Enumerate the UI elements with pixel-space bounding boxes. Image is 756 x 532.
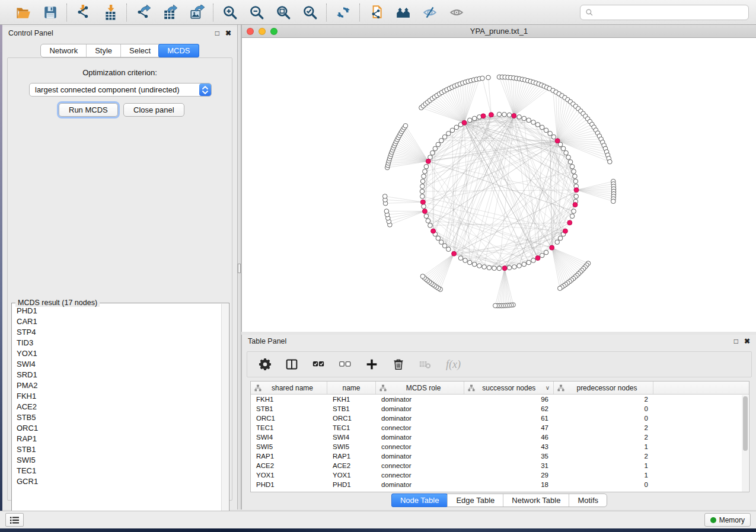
table-row[interactable]: ORC1ORC1dominator610 [251,414,749,423]
tab-network-table[interactable]: Network Table [503,494,569,507]
export-network-icon[interactable] [135,4,151,20]
table-row[interactable]: TEC1TEC1connector472 [251,423,749,432]
table-cell[interactable]: 0 [554,415,653,422]
split-columns-icon[interactable] [286,357,298,371]
column-header-shared-name[interactable]: shared name [251,382,327,394]
column-header-successor-nodes[interactable]: successor nodes∨ [464,382,554,394]
table-row[interactable]: STB1STB1dominator620 [251,404,749,414]
share-document-icon[interactable] [368,4,384,20]
zoom-fit-icon[interactable] [275,4,291,20]
mcds-result-item[interactable]: CAR1 [12,316,218,326]
table-cell[interactable]: TEC1 [251,424,327,431]
table-cell[interactable]: PHD1 [327,481,376,488]
mcds-result-item[interactable]: GCR1 [12,476,218,486]
table-cell[interactable]: connector [376,424,464,431]
open-file-icon[interactable] [15,4,31,20]
table-cell[interactable]: FKH1 [327,396,376,403]
table-scrollbar-thumb[interactable] [743,396,748,451]
export-table-icon[interactable] [162,4,178,20]
mcds-result-item[interactable]: PHD1 [12,305,218,316]
float-panel-icon[interactable]: □ [215,30,219,37]
mcds-result-item[interactable]: SWI4 [12,358,218,369]
table-scrollbar[interactable] [742,395,748,492]
table-cell[interactable]: 2 [554,434,653,441]
zoom-out-icon[interactable] [248,4,264,20]
column-header-name[interactable]: name [327,382,376,394]
table-row[interactable]: RAP1RAP1dominator352 [251,451,749,461]
memory-button[interactable]: Memory [704,513,751,527]
select-all-rows-icon[interactable] [312,357,324,371]
hide-selected-icon[interactable] [422,4,438,20]
table-cell[interactable]: 29 [464,472,554,479]
search-input[interactable] [597,8,744,17]
deselect-all-rows-icon[interactable] [339,357,351,371]
show-all-icon[interactable] [448,4,464,20]
table-cell[interactable]: connector [376,462,464,469]
table-cell[interactable]: 47 [464,424,554,431]
table-cell[interactable]: 2 [554,396,653,403]
column-header-predecessor-nodes[interactable]: predecessor nodes [554,382,653,394]
close-panel-icon[interactable]: ✖ [225,30,231,37]
export-image-icon[interactable] [189,4,205,20]
table-cell[interactable]: dominator [376,434,464,441]
mcds-result-item[interactable]: STB1 [12,444,218,454]
table-row[interactable]: YOX1YOX1connector291 [251,470,749,480]
zoom-selected-icon[interactable] [302,4,318,20]
mcds-result-item[interactable]: TEC1 [12,465,218,476]
table-cell[interactable]: connector [376,472,464,479]
table-cell[interactable]: 1 [554,472,653,479]
table-cell[interactable]: 31 [464,462,554,469]
tab-network[interactable]: Network [41,44,86,57]
table-cell[interactable]: YOX1 [251,472,327,479]
table-cell[interactable]: 43 [464,443,554,450]
save-session-icon[interactable] [42,4,58,20]
mcds-result-item[interactable]: FKH1 [12,390,218,401]
add-column-icon[interactable] [366,357,378,371]
table-row[interactable]: ACE2ACE2connector311 [251,461,749,470]
mcds-list-scrollbar[interactable] [221,304,228,522]
table-cell[interactable]: SWI5 [251,443,327,450]
table-cell[interactable]: 35 [464,453,554,460]
mcds-result-item[interactable]: ORC1 [12,422,218,433]
table-cell[interactable]: RAP1 [251,453,327,460]
network-graph-canvas[interactable] [242,38,755,331]
run-mcds-button[interactable]: Run MCDS [59,103,118,117]
table-cell[interactable]: ACE2 [327,462,376,469]
mcds-result-item[interactable]: STP4 [12,326,218,337]
table-cell[interactable]: 0 [554,481,653,488]
table-cell[interactable]: 2 [554,424,653,431]
refresh-view-icon[interactable] [335,4,351,20]
table-row[interactable]: FKH1FKH1dominator962 [251,395,749,404]
table-cell[interactable]: 1 [554,462,653,469]
zoom-in-icon[interactable] [222,4,238,20]
table-cell[interactable]: 1 [554,443,653,450]
tab-edge-table[interactable]: Edge Table [447,494,503,507]
table-cell[interactable]: STB1 [251,405,327,412]
column-header-MCDS-role[interactable]: MCDS role [376,382,464,394]
tab-mcds[interactable]: MCDS [158,44,199,57]
optimization-criterion-dropdown[interactable]: largest connected component (undirected) [29,83,212,97]
mcds-result-item[interactable]: SWI5 [12,454,218,465]
table-row[interactable]: PHD1PHD1dominator180 [251,480,749,489]
table-cell[interactable]: dominator [376,415,464,422]
table-cell[interactable]: 61 [464,415,554,422]
table-cell[interactable]: 46 [464,434,554,441]
table-cell[interactable]: ACE2 [251,462,327,469]
splitter-handle[interactable] [238,264,241,273]
tab-style[interactable]: Style [86,44,120,57]
table-settings-icon[interactable] [259,357,271,371]
table-cell[interactable]: SWI5 [327,443,376,450]
table-cell[interactable]: PHD1 [251,481,327,488]
tab-motifs[interactable]: Motifs [569,494,607,507]
table-cell[interactable]: dominator [376,405,464,412]
table-cell[interactable]: SWI4 [327,434,376,441]
mcds-result-item[interactable]: YOX1 [12,348,218,358]
search-box[interactable] [580,5,749,20]
table-cell[interactable]: YOX1 [327,472,376,479]
table-cell[interactable]: connector [376,443,464,450]
mcds-result-item[interactable]: TID3 [12,337,218,348]
first-neighbors-icon[interactable] [395,4,411,20]
table-cell[interactable]: RAP1 [327,453,376,460]
table-cell[interactable]: 62 [464,405,554,412]
float-table-panel-icon[interactable]: □ [734,338,738,345]
